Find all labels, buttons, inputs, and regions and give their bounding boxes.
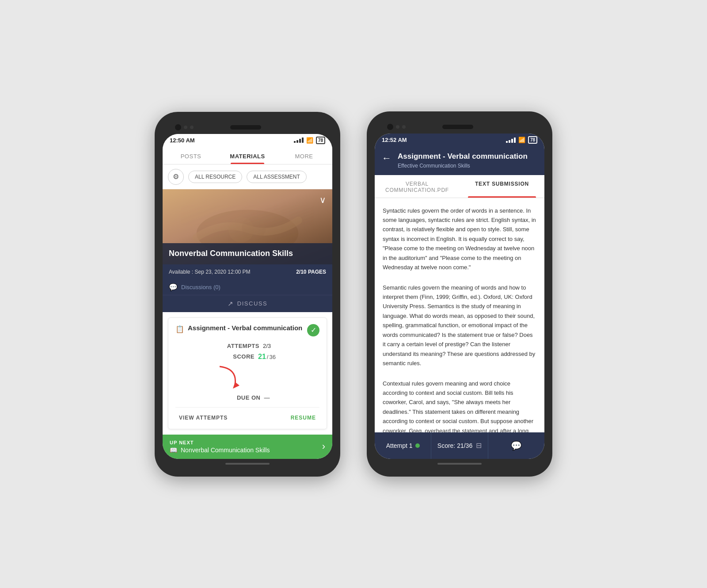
assignment-icon: 📋 [175,325,184,333]
home-indicator-1 [163,459,332,469]
sensor-dot [184,126,187,129]
available-date: Available : Sep 23, 2020 12:00 PM [169,269,251,275]
status-icons-1: 📶 78 [294,137,325,144]
due-label: DUE ON [225,394,261,401]
view-attempts-button[interactable]: VIEW ATTEMPTS [175,413,231,423]
paragraph-2: Semantic rules govern the meaning of wor… [383,283,536,368]
gear-icon: ⚙ [173,172,179,181]
hero-title: Nonverbal Communication Skills [163,243,332,264]
sensor-dot-2 [190,126,194,129]
up-next-content: UP NEXT 📖 Nonverbal Communication Skills [170,440,270,454]
filter-row: ⚙ ALL RESOURCE ALL ASSESSMENT [163,164,332,189]
book-icon: 📖 [170,447,177,454]
tab-materials[interactable]: MATERIALS [219,147,276,164]
all-assessment-chip[interactable]: ALL ASSESSMENT [247,171,307,183]
discussion-bubble-icon: 💬 [169,283,178,291]
phone-1-top-bar [163,120,332,134]
due-row: DUE ON — [175,394,319,401]
due-value: — [264,394,270,401]
green-dot-icon [415,443,420,448]
battery-icon: 78 [316,137,325,144]
wifi-icon: 📶 [306,137,313,144]
complete-check-icon: ✓ [307,324,319,336]
home-bar-2 [437,463,482,465]
arrow-annotation [175,364,319,391]
score-row: SCORE 21 / 36 [175,353,319,361]
discussions-label: Discussions (0) [181,284,220,290]
red-arrow-svg [211,364,246,391]
header-main-title: Assignment - Verbal communication [398,152,528,161]
home-indicator-2 [375,459,544,469]
up-next-bar[interactable]: UP NEXT 📖 Nonverbal Communication Skills… [163,435,332,459]
bar2 [296,140,298,143]
up-next-chevron-icon: › [322,441,325,452]
sensor-dot-3 [396,125,399,129]
attempts-label: ATTEMPTS [224,343,259,349]
hero-chevron-icon: ∨ [319,195,326,205]
tab-verbal-pdf[interactable]: VERBAL COMMUNICATION.PDF [375,175,460,198]
discuss-button[interactable]: ↗ DISCUSS [163,295,332,312]
score-text: Score: 21/36 ⊟ [437,441,482,450]
resume-button[interactable]: RESUME [287,413,319,423]
up-next-title: 📖 Nonverbal Communication Skills [170,447,270,454]
assignment-header-bar: ← Assignment - Verbal communication Effe… [375,146,544,175]
phone-1-screen: 12:50 AM 📶 78 POSTS MATERIALS [163,134,332,459]
attempt-text: Attempt 1 [386,442,420,449]
assignment-title: 📋 Assignment - Verbal communication [175,324,302,333]
time-2: 12:52 AM [382,137,407,143]
header-sub-title: Effective Communication Skills [398,163,528,169]
camera-group-2 [387,124,406,130]
card-info: Available : Sep 23, 2020 12:00 PM 2/10 P… [163,264,332,279]
camera-dot [175,124,181,130]
status-icons-2: 📶 78 [506,136,537,144]
attempt-section: Attempt 1 [375,432,431,459]
phone-2-screen: 12:52 AM 📶 78 ← Assignment - Verbal comm… [375,134,544,458]
signal-icon-2 [506,137,516,143]
hero-card[interactable]: ∨ Nonverbal Communication Skills Availab… [163,189,332,312]
svg-marker-3 [233,382,239,389]
chat-section[interactable]: 💬 [488,432,544,459]
paragraph-1: Syntactic rules govern the order of word… [383,206,536,272]
score-total: 36 [269,354,275,360]
gear-button[interactable]: ⚙ [168,169,184,185]
score-section: Score: 21/36 ⊟ [431,432,488,459]
assignment-header: 📋 Assignment - Verbal communication ✓ [175,324,319,336]
score-value-group: 21 / 36 [258,353,276,361]
hero-image: ∨ Nonverbal Communication Skills [163,189,332,264]
wifi-icon-2: 📶 [518,137,525,143]
phone-2-top-bar [375,119,544,134]
all-resource-chip[interactable]: ALL RESOURCE [188,171,242,183]
home-bar-1 [225,463,270,465]
tab-more[interactable]: MORE [276,147,332,164]
paragraph-3: Contextual rules govern meaning and word… [383,379,536,432]
up-next-label: UP NEXT [170,440,270,445]
back-button[interactable]: ← [382,152,392,164]
discuss-share-icon: ↗ [228,300,234,308]
pdf-tabs: VERBAL COMMUNICATION.PDF TEXT SUBMISSION [375,175,544,198]
status-bar-1: 12:50 AM 📶 78 [163,134,332,147]
filter-icon[interactable]: ⊟ [476,441,482,450]
chat-icon[interactable]: 💬 [511,440,522,451]
attempts-row: ATTEMPTS 2/3 [175,343,319,349]
battery-icon-2: 78 [528,136,537,144]
content-area: Syntactic rules govern the order of word… [375,198,544,432]
time-1: 12:50 AM [170,137,195,144]
score-value: 21 [258,353,266,361]
speaker [230,125,261,130]
bottom-bar: Attempt 1 Score: 21/36 ⊟ 💬 [375,432,544,459]
camera-group [175,124,194,130]
assignment-card: 📋 Assignment - Verbal communication ✓ AT… [168,317,327,429]
bar2-2 [509,140,510,143]
bar3-2 [511,139,513,143]
header-title-block: Assignment - Verbal communication Effect… [398,152,528,168]
stats-rows: ATTEMPTS 2/3 SCORE 21 / 36 [175,343,319,401]
speaker-2 [442,125,473,129]
tab-posts[interactable]: POSTS [163,147,219,164]
camera-dot-2 [387,124,393,130]
bar1-2 [506,141,508,143]
bar1 [294,141,296,143]
bar4 [302,137,304,143]
discussions-row: 💬 Discussions (0) [163,279,332,295]
assignment-actions: VIEW ATTEMPTS RESUME [175,407,319,423]
tab-text-submission[interactable]: TEXT SUBMISSION [460,175,544,198]
